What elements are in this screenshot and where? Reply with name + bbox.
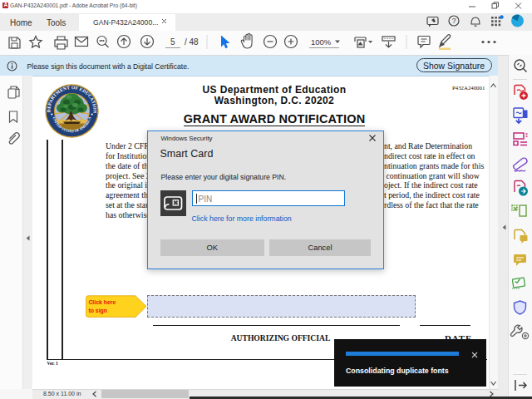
svg-text:5: 5 <box>170 37 175 47</box>
svg-text:/ 48: / 48 <box>185 37 199 47</box>
svg-text:100%: 100% <box>311 37 332 47</box>
svg-text:to sign: to sign <box>88 308 107 314</box>
svg-text:Click here: Click here <box>88 299 116 305</box>
svg-text:?: ? <box>452 17 456 25</box>
